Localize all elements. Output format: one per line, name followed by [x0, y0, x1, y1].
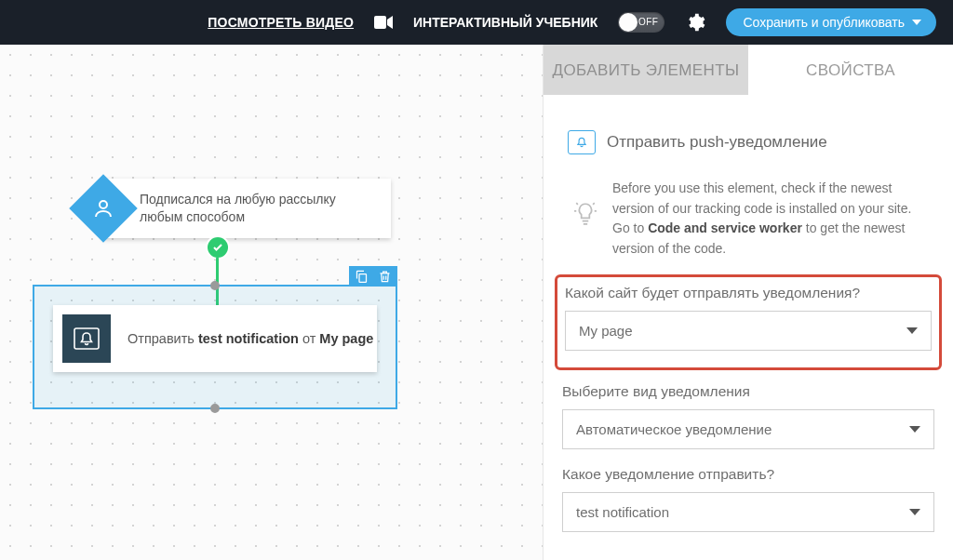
- chevron-down-icon: [909, 426, 920, 433]
- field-which-notification: Какое уведомление отправить? test notifi…: [562, 466, 934, 532]
- action-card[interactable]: Отправить test notification от My page: [53, 305, 377, 372]
- panel-tabs: ДОБАВИТЬ ЭЛЕМЕНТЫ СВОЙСТВА: [544, 45, 953, 95]
- trigger-node-text: Подписался на любую рассылку любым спосо…: [102, 191, 380, 226]
- field-label-site: Какой сайт будет отправлять уведомления?: [565, 285, 932, 301]
- action-card-text: Отправить test notification от My page: [128, 331, 373, 346]
- select-which-value: test notification: [576, 504, 669, 520]
- field-notification-type: Выберите вид уведомления Автоматическое …: [562, 383, 934, 449]
- select-site[interactable]: My page: [565, 311, 932, 351]
- field-label-which: Какое уведомление отправить?: [562, 466, 934, 483]
- hint-row: Before you use this element, check if th…: [562, 175, 934, 282]
- gear-icon[interactable]: [685, 12, 705, 33]
- svg-rect-0: [374, 16, 386, 29]
- chevron-down-icon: [906, 327, 918, 334]
- chevron-down-icon: [912, 20, 921, 25]
- tab-add-elements[interactable]: ДОБАВИТЬ ЭЛЕМЕНТЫ: [544, 45, 748, 95]
- select-site-value: My page: [579, 323, 633, 339]
- trigger-node[interactable]: Подписался на любую рассылку любым спосо…: [102, 179, 391, 238]
- camera-icon: [374, 16, 393, 29]
- publish-button[interactable]: Сохранить и опубликовать: [726, 8, 936, 36]
- tutorial-toggle[interactable]: OFF: [618, 12, 664, 33]
- svg-rect-2: [359, 274, 367, 283]
- lightbulb-icon: [571, 179, 599, 260]
- port-bottom[interactable]: [210, 404, 220, 413]
- port-top[interactable]: [210, 281, 220, 290]
- svg-rect-3: [74, 328, 99, 349]
- hint-text: Before you use this element, check if th…: [612, 179, 929, 260]
- trash-icon[interactable]: [378, 269, 392, 284]
- field-label-type: Выберите вид уведомления: [562, 383, 934, 400]
- topbar: ПОСМОТРЕТЬ ВИДЕО ИНТЕРАКТИВНЫЙ УЧЕБНИК O…: [0, 0, 953, 45]
- toggle-knob: [619, 13, 638, 32]
- node-toolbar: [349, 266, 397, 287]
- tab-properties[interactable]: СВОЙСТВА: [748, 45, 953, 95]
- select-which-notification[interactable]: test notification: [562, 492, 934, 532]
- action-node-selected[interactable]: Отправить test notification от My page: [33, 285, 397, 409]
- tutorial-label: ИНТЕРАКТИВНЫЙ УЧЕБНИК: [413, 15, 597, 30]
- select-type-value: Автоматическое уведомление: [576, 421, 772, 437]
- svg-point-1: [100, 201, 107, 208]
- publish-button-label: Сохранить и опубликовать: [743, 15, 905, 30]
- trigger-icon-diamond: [69, 174, 138, 243]
- panel-title-row: Отправить push-уведомление: [562, 104, 934, 175]
- select-notification-type[interactable]: Автоматическое уведомление: [562, 409, 934, 449]
- properties-panel: ДОБАВИТЬ ЭЛЕМЕНТЫ СВОЙСТВА Отправить pus…: [544, 45, 953, 560]
- highlighted-field-site: Какой сайт будет отправлять уведомления?…: [555, 274, 942, 370]
- push-notification-icon: [62, 314, 111, 363]
- bell-icon: [568, 130, 596, 154]
- chevron-down-icon: [909, 509, 920, 515]
- checkmark-icon: [208, 237, 228, 258]
- duplicate-icon[interactable]: [355, 269, 369, 284]
- workflow-canvas[interactable]: Подписался на любую рассылку любым спосо…: [0, 45, 544, 560]
- watch-video-link[interactable]: ПОСМОТРЕТЬ ВИДЕО: [208, 15, 354, 30]
- panel-title: Отправить push-уведомление: [607, 133, 827, 152]
- toggle-state-text: OFF: [638, 17, 659, 27]
